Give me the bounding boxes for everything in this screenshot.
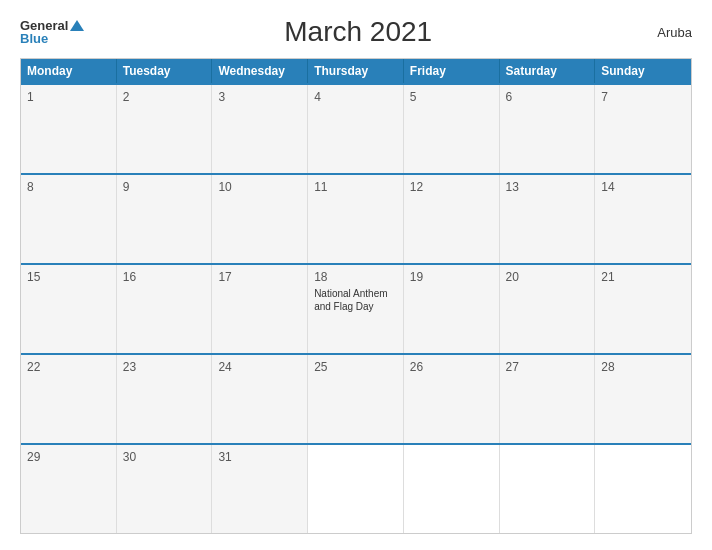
day-4: 4	[308, 85, 404, 173]
weekday-wednesday: Wednesday	[212, 59, 308, 83]
day-2: 2	[117, 85, 213, 173]
day-30: 30	[117, 445, 213, 533]
day-14: 14	[595, 175, 691, 263]
calendar-header: General Blue March 2021 Aruba	[20, 16, 692, 48]
day-17: 17	[212, 265, 308, 353]
day-6: 6	[500, 85, 596, 173]
day-15: 15	[21, 265, 117, 353]
calendar-week-4: 22 23 24 25 26 27 28	[21, 353, 691, 443]
weekday-monday: Monday	[21, 59, 117, 83]
day-empty-4	[595, 445, 691, 533]
day-20: 20	[500, 265, 596, 353]
day-23: 23	[117, 355, 213, 443]
country-label: Aruba	[632, 25, 692, 40]
day-18: 18 National Anthem and Flag Day	[308, 265, 404, 353]
day-empty-2	[404, 445, 500, 533]
day-3: 3	[212, 85, 308, 173]
calendar-week-3: 15 16 17 18 National Anthem and Flag Day…	[21, 263, 691, 353]
calendar-week-2: 8 9 10 11 12 13 14	[21, 173, 691, 263]
day-empty-3	[500, 445, 596, 533]
day-19: 19	[404, 265, 500, 353]
day-1: 1	[21, 85, 117, 173]
day-27: 27	[500, 355, 596, 443]
weekday-thursday: Thursday	[308, 59, 404, 83]
day-16: 16	[117, 265, 213, 353]
day-10: 10	[212, 175, 308, 263]
calendar-week-5: 29 30 31	[21, 443, 691, 533]
day-empty-1	[308, 445, 404, 533]
calendar-weekday-header: Monday Tuesday Wednesday Thursday Friday…	[21, 59, 691, 83]
day-31: 31	[212, 445, 308, 533]
event-national-anthem: National Anthem and Flag Day	[314, 287, 397, 313]
weekday-sunday: Sunday	[595, 59, 691, 83]
day-29: 29	[21, 445, 117, 533]
day-5: 5	[404, 85, 500, 173]
day-7: 7	[595, 85, 691, 173]
day-9: 9	[117, 175, 213, 263]
logo: General Blue	[20, 19, 84, 45]
weekday-tuesday: Tuesday	[117, 59, 213, 83]
logo-blue-text: Blue	[20, 32, 84, 45]
calendar-title: March 2021	[84, 16, 632, 48]
day-22: 22	[21, 355, 117, 443]
weekday-friday: Friday	[404, 59, 500, 83]
calendar-grid: Monday Tuesday Wednesday Thursday Friday…	[20, 58, 692, 534]
day-13: 13	[500, 175, 596, 263]
day-11: 11	[308, 175, 404, 263]
weekday-saturday: Saturday	[500, 59, 596, 83]
day-21: 21	[595, 265, 691, 353]
day-25: 25	[308, 355, 404, 443]
day-28: 28	[595, 355, 691, 443]
day-24: 24	[212, 355, 308, 443]
logo-triangle-icon	[70, 20, 84, 31]
day-26: 26	[404, 355, 500, 443]
day-12: 12	[404, 175, 500, 263]
calendar-week-1: 1 2 3 4 5 6 7	[21, 83, 691, 173]
day-8: 8	[21, 175, 117, 263]
